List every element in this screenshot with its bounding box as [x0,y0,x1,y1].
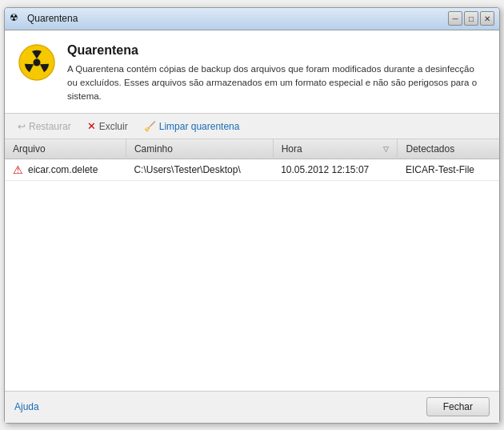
table-body: ⚠eicar.com.deleteC:\Users\Tester\Desktop… [5,159,499,181]
delete-label: Excluir [99,121,128,132]
window-controls: ─ □ ✕ [448,11,494,26]
footer: Ajuda Fechar [5,391,499,423]
quarantine-table: Arquivo Caminho Hora ▽ [5,139,499,181]
sort-icon-hora: ▽ [383,145,389,153]
quarantine-table-container: Arquivo Caminho Hora ▽ [5,139,499,390]
clear-quarantine-button[interactable]: 🧹 Limpar quarentena [138,119,246,135]
header-title: Quarentena [67,43,486,58]
help-link[interactable]: Ajuda [14,401,39,412]
close-window-button[interactable]: ✕ [480,11,494,26]
header-text: Quarentena A Quarentena contém cópias de… [67,43,486,104]
window-icon: ☢ [10,12,22,25]
clear-label: Limpar quarentena [159,121,240,132]
quarantine-window: ☢ Quarentena ─ □ ✕ [4,7,500,424]
delete-icon: ✕ [87,120,96,132]
content-area: Quarentena A Quarentena contém cópias de… [5,30,499,391]
quarantine-icon [18,43,56,82]
column-caminho[interactable]: Caminho [126,139,273,159]
alert-icon: ⚠ [13,163,23,176]
arquivo-value: eicar.com.delete [28,164,98,175]
header-section: Quarentena A Quarentena contém cópias de… [5,30,499,115]
titlebar: ☢ Quarentena ─ □ ✕ [5,8,499,30]
cell-arquivo: ⚠eicar.com.delete [5,159,126,181]
titlebar-left: ☢ Quarentena [10,12,78,25]
window-title: Quarentena [27,13,78,24]
header-description: A Quarentena contém cópias de backup dos… [67,62,486,104]
cell-detectados: EICAR-Test-File [398,159,499,181]
cell-caminho: C:\Users\Tester\Desktop\ [126,159,273,181]
table-row[interactable]: ⚠eicar.com.deleteC:\Users\Tester\Desktop… [5,159,499,181]
clear-icon: 🧹 [144,121,156,132]
restore-label: Restaurar [29,121,71,132]
column-detectados[interactable]: Detectados [398,139,499,159]
restore-icon: ↩ [18,121,26,132]
restore-button[interactable]: ↩ Restaurar [11,119,78,135]
table-header: Arquivo Caminho Hora ▽ [5,139,499,159]
column-hora[interactable]: Hora ▽ [273,139,398,159]
minimize-button[interactable]: ─ [448,11,462,26]
svg-point-1 [34,58,41,66]
cell-hora: 10.05.2012 12:15:07 [273,159,398,181]
restore-button[interactable]: □ [464,11,478,26]
toolbar: ↩ Restaurar ✕ Excluir 🧹 Limpar quarenten… [5,114,499,139]
delete-button[interactable]: ✕ Excluir [81,118,134,135]
close-button[interactable]: Fechar [426,397,490,416]
column-arquivo[interactable]: Arquivo [5,139,126,159]
